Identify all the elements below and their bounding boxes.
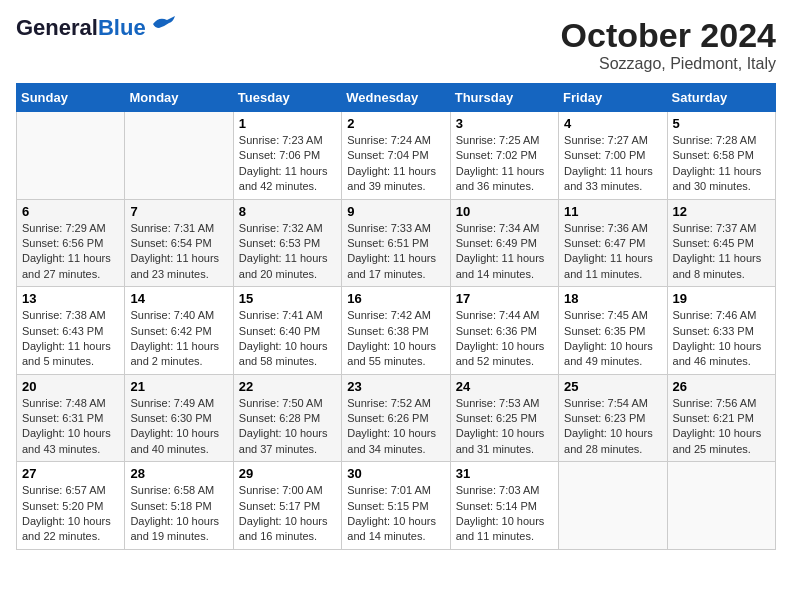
- calendar-cell: 27Sunrise: 6:57 AM Sunset: 5:20 PM Dayli…: [17, 462, 125, 550]
- day-header-friday: Friday: [559, 84, 667, 112]
- calendar-cell: 13Sunrise: 7:38 AM Sunset: 6:43 PM Dayli…: [17, 287, 125, 375]
- day-header-tuesday: Tuesday: [233, 84, 341, 112]
- calendar-cell: 31Sunrise: 7:03 AM Sunset: 5:14 PM Dayli…: [450, 462, 558, 550]
- day-number: 6: [22, 204, 119, 219]
- day-number: 27: [22, 466, 119, 481]
- day-info: Sunrise: 7:41 AM Sunset: 6:40 PM Dayligh…: [239, 308, 336, 370]
- day-number: 21: [130, 379, 227, 394]
- calendar-cell: 30Sunrise: 7:01 AM Sunset: 5:15 PM Dayli…: [342, 462, 450, 550]
- day-info: Sunrise: 7:49 AM Sunset: 6:30 PM Dayligh…: [130, 396, 227, 458]
- calendar-cell: 3Sunrise: 7:25 AM Sunset: 7:02 PM Daylig…: [450, 112, 558, 200]
- logo-text: GeneralBlue: [16, 16, 146, 40]
- day-info: Sunrise: 7:46 AM Sunset: 6:33 PM Dayligh…: [673, 308, 770, 370]
- logo-bird-icon: [149, 14, 177, 34]
- calendar-cell: [559, 462, 667, 550]
- day-info: Sunrise: 7:48 AM Sunset: 6:31 PM Dayligh…: [22, 396, 119, 458]
- calendar-cell: 6Sunrise: 7:29 AM Sunset: 6:56 PM Daylig…: [17, 199, 125, 287]
- title-section: October 2024 Sozzago, Piedmont, Italy: [561, 16, 776, 73]
- calendar-cell: 22Sunrise: 7:50 AM Sunset: 6:28 PM Dayli…: [233, 374, 341, 462]
- calendar-cell: [667, 462, 775, 550]
- day-number: 26: [673, 379, 770, 394]
- calendar-cell: 26Sunrise: 7:56 AM Sunset: 6:21 PM Dayli…: [667, 374, 775, 462]
- calendar-week-4: 20Sunrise: 7:48 AM Sunset: 6:31 PM Dayli…: [17, 374, 776, 462]
- day-info: Sunrise: 7:32 AM Sunset: 6:53 PM Dayligh…: [239, 221, 336, 283]
- calendar-cell: 10Sunrise: 7:34 AM Sunset: 6:49 PM Dayli…: [450, 199, 558, 287]
- day-number: 15: [239, 291, 336, 306]
- day-info: Sunrise: 7:53 AM Sunset: 6:25 PM Dayligh…: [456, 396, 553, 458]
- calendar-cell: 5Sunrise: 7:28 AM Sunset: 6:58 PM Daylig…: [667, 112, 775, 200]
- day-number: 12: [673, 204, 770, 219]
- month-title: October 2024: [561, 16, 776, 55]
- day-number: 22: [239, 379, 336, 394]
- day-info: Sunrise: 7:54 AM Sunset: 6:23 PM Dayligh…: [564, 396, 661, 458]
- calendar-week-1: 1Sunrise: 7:23 AM Sunset: 7:06 PM Daylig…: [17, 112, 776, 200]
- day-info: Sunrise: 7:56 AM Sunset: 6:21 PM Dayligh…: [673, 396, 770, 458]
- calendar-cell: [17, 112, 125, 200]
- day-number: 1: [239, 116, 336, 131]
- calendar-cell: 28Sunrise: 6:58 AM Sunset: 5:18 PM Dayli…: [125, 462, 233, 550]
- day-number: 25: [564, 379, 661, 394]
- calendar-cell: 24Sunrise: 7:53 AM Sunset: 6:25 PM Dayli…: [450, 374, 558, 462]
- day-info: Sunrise: 7:00 AM Sunset: 5:17 PM Dayligh…: [239, 483, 336, 545]
- day-number: 30: [347, 466, 444, 481]
- calendar-cell: 9Sunrise: 7:33 AM Sunset: 6:51 PM Daylig…: [342, 199, 450, 287]
- day-info: Sunrise: 7:42 AM Sunset: 6:38 PM Dayligh…: [347, 308, 444, 370]
- day-info: Sunrise: 7:45 AM Sunset: 6:35 PM Dayligh…: [564, 308, 661, 370]
- calendar-cell: 11Sunrise: 7:36 AM Sunset: 6:47 PM Dayli…: [559, 199, 667, 287]
- day-number: 18: [564, 291, 661, 306]
- day-header-saturday: Saturday: [667, 84, 775, 112]
- calendar-cell: 29Sunrise: 7:00 AM Sunset: 5:17 PM Dayli…: [233, 462, 341, 550]
- day-info: Sunrise: 7:36 AM Sunset: 6:47 PM Dayligh…: [564, 221, 661, 283]
- day-info: Sunrise: 6:58 AM Sunset: 5:18 PM Dayligh…: [130, 483, 227, 545]
- day-info: Sunrise: 7:27 AM Sunset: 7:00 PM Dayligh…: [564, 133, 661, 195]
- day-number: 23: [347, 379, 444, 394]
- day-header-sunday: Sunday: [17, 84, 125, 112]
- day-number: 9: [347, 204, 444, 219]
- calendar-cell: 20Sunrise: 7:48 AM Sunset: 6:31 PM Dayli…: [17, 374, 125, 462]
- day-info: Sunrise: 7:33 AM Sunset: 6:51 PM Dayligh…: [347, 221, 444, 283]
- day-number: 19: [673, 291, 770, 306]
- calendar-header-row: SundayMondayTuesdayWednesdayThursdayFrid…: [17, 84, 776, 112]
- day-info: Sunrise: 7:50 AM Sunset: 6:28 PM Dayligh…: [239, 396, 336, 458]
- day-info: Sunrise: 7:28 AM Sunset: 6:58 PM Dayligh…: [673, 133, 770, 195]
- day-info: Sunrise: 7:37 AM Sunset: 6:45 PM Dayligh…: [673, 221, 770, 283]
- day-number: 14: [130, 291, 227, 306]
- location: Sozzago, Piedmont, Italy: [561, 55, 776, 73]
- day-number: 10: [456, 204, 553, 219]
- calendar-week-5: 27Sunrise: 6:57 AM Sunset: 5:20 PM Dayli…: [17, 462, 776, 550]
- day-info: Sunrise: 7:40 AM Sunset: 6:42 PM Dayligh…: [130, 308, 227, 370]
- calendar-week-3: 13Sunrise: 7:38 AM Sunset: 6:43 PM Dayli…: [17, 287, 776, 375]
- day-info: Sunrise: 7:03 AM Sunset: 5:14 PM Dayligh…: [456, 483, 553, 545]
- day-number: 7: [130, 204, 227, 219]
- calendar-cell: [125, 112, 233, 200]
- calendar-table: SundayMondayTuesdayWednesdayThursdayFrid…: [16, 83, 776, 550]
- calendar-cell: 17Sunrise: 7:44 AM Sunset: 6:36 PM Dayli…: [450, 287, 558, 375]
- day-number: 29: [239, 466, 336, 481]
- calendar-cell: 18Sunrise: 7:45 AM Sunset: 6:35 PM Dayli…: [559, 287, 667, 375]
- day-number: 31: [456, 466, 553, 481]
- day-info: Sunrise: 7:52 AM Sunset: 6:26 PM Dayligh…: [347, 396, 444, 458]
- day-header-monday: Monday: [125, 84, 233, 112]
- day-number: 11: [564, 204, 661, 219]
- day-info: Sunrise: 7:29 AM Sunset: 6:56 PM Dayligh…: [22, 221, 119, 283]
- day-info: Sunrise: 7:38 AM Sunset: 6:43 PM Dayligh…: [22, 308, 119, 370]
- calendar-cell: 4Sunrise: 7:27 AM Sunset: 7:00 PM Daylig…: [559, 112, 667, 200]
- calendar-cell: 12Sunrise: 7:37 AM Sunset: 6:45 PM Dayli…: [667, 199, 775, 287]
- day-number: 13: [22, 291, 119, 306]
- calendar-cell: 21Sunrise: 7:49 AM Sunset: 6:30 PM Dayli…: [125, 374, 233, 462]
- calendar-cell: 25Sunrise: 7:54 AM Sunset: 6:23 PM Dayli…: [559, 374, 667, 462]
- logo: GeneralBlue: [16, 16, 177, 40]
- day-number: 2: [347, 116, 444, 131]
- calendar-cell: 19Sunrise: 7:46 AM Sunset: 6:33 PM Dayli…: [667, 287, 775, 375]
- day-number: 28: [130, 466, 227, 481]
- day-header-wednesday: Wednesday: [342, 84, 450, 112]
- day-info: Sunrise: 7:23 AM Sunset: 7:06 PM Dayligh…: [239, 133, 336, 195]
- day-info: Sunrise: 7:44 AM Sunset: 6:36 PM Dayligh…: [456, 308, 553, 370]
- day-info: Sunrise: 7:24 AM Sunset: 7:04 PM Dayligh…: [347, 133, 444, 195]
- day-info: Sunrise: 6:57 AM Sunset: 5:20 PM Dayligh…: [22, 483, 119, 545]
- day-number: 16: [347, 291, 444, 306]
- calendar-cell: 2Sunrise: 7:24 AM Sunset: 7:04 PM Daylig…: [342, 112, 450, 200]
- page-header: GeneralBlue October 2024 Sozzago, Piedmo…: [16, 16, 776, 73]
- calendar-cell: 15Sunrise: 7:41 AM Sunset: 6:40 PM Dayli…: [233, 287, 341, 375]
- day-number: 4: [564, 116, 661, 131]
